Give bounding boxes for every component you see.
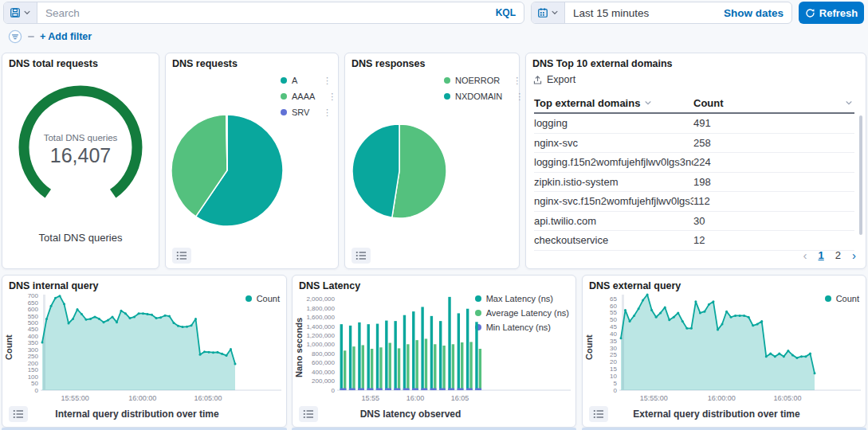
date-quick-menu-button[interactable] [532, 2, 565, 23]
svg-text:45: 45 [610, 323, 617, 330]
table-row[interactable]: nginx-svc.f15n2womfujehfjlwv0lgs3no...11… [534, 192, 854, 212]
legend-actions-icon[interactable]: ⋮ [507, 92, 524, 101]
add-filter-link[interactable]: + Add filter [40, 31, 92, 42]
table-row[interactable]: zipkin.istio-system198 [534, 173, 854, 193]
latency-bar-chart[interactable]: 0200,000400,000600,000800,0001,000,0001,… [297, 288, 572, 406]
table-row[interactable]: logging491 [534, 114, 854, 134]
page-1-button[interactable]: 1 [819, 249, 824, 261]
svg-text:350: 350 [28, 339, 39, 346]
prev-page-button[interactable]: ‹ [803, 248, 807, 262]
legend-item-a[interactable]: A⋮ [281, 72, 332, 88]
svg-text:50: 50 [31, 380, 38, 387]
svg-text:400,000: 400,000 [312, 369, 335, 376]
domain-cell: zipkin.istio-system [534, 176, 693, 188]
total-dns-queries-gauge: Total DNS queries16,407 [7, 77, 154, 205]
show-dates-link[interactable]: Show dates [724, 7, 784, 19]
external-query-area-chart[interactable]: 0510152025303540455055606515:55:0016:00:… [587, 288, 862, 406]
table-scrollbar[interactable] [859, 115, 862, 235]
table-row[interactable]: logging.f15n2womfujehfjlwv0lgs3nog....22… [534, 153, 854, 173]
svg-text:250: 250 [28, 353, 39, 360]
table-body: logging491nginx-svc258logging.f15n2womfu… [534, 114, 854, 251]
filter-divider [28, 36, 34, 37]
dns-requests-pie-chart[interactable] [171, 114, 284, 227]
svg-text:15: 15 [610, 366, 617, 373]
sort-chevron-icon [644, 99, 652, 107]
svg-text:450: 450 [28, 326, 39, 333]
legend-item-aaaa[interactable]: AAAA⋮ [281, 88, 332, 104]
legend-dot [444, 93, 450, 100]
export-label: Export [547, 74, 575, 85]
svg-text:2,000,000: 2,000,000 [306, 295, 335, 303]
pie-slice-nxdomain[interactable] [352, 124, 399, 217]
column-header-domains[interactable]: Top external domains [534, 97, 693, 109]
legend-item-noerror[interactable]: NOERROR⋮ [444, 72, 513, 88]
count-cell: 112 [693, 195, 854, 207]
dns-responses-pie-chart[interactable] [352, 123, 447, 219]
export-button[interactable]: Export [532, 74, 575, 85]
pie-legend: NOERROR⋮NXDOMAIN⋮ [444, 72, 513, 104]
filter-icon[interactable] [8, 29, 22, 44]
kql-badge[interactable]: KQL [496, 7, 516, 18]
time-range-value[interactable]: Last 15 minutes [573, 7, 649, 19]
x-axis-title: External query distribution over time [621, 408, 812, 420]
count-cell: 12 [693, 234, 854, 246]
svg-text:600,000: 600,000 [312, 359, 335, 366]
panel-dns-top-domains: DNS Top 10 external domains Export Top e… [525, 53, 866, 269]
legend-actions-icon[interactable]: ⋮ [505, 76, 521, 85]
domain-cell: nginx-svc [534, 137, 693, 149]
refresh-button[interactable]: Refresh [799, 2, 864, 24]
table-row[interactable]: nginx-svc258 [534, 134, 854, 154]
svg-text:200: 200 [28, 360, 39, 367]
next-page-button[interactable]: › [852, 248, 856, 262]
page-2-button[interactable]: 2 [835, 249, 841, 261]
count-cell: 491 [693, 117, 854, 129]
legend-toggle-button[interactable] [9, 406, 28, 422]
legend-dot [281, 77, 287, 84]
svg-text:55: 55 [610, 309, 617, 316]
panel-dns-external-query: DNS external query Count Count 051015202… [582, 275, 866, 428]
table-row[interactable]: api.twilio.com30 [534, 212, 854, 232]
legend-dot [281, 93, 287, 100]
table-row[interactable]: checkoutservice12 [534, 231, 854, 251]
domain-cell: nginx-svc.f15n2womfujehfjlwv0lgs3no... [534, 195, 693, 207]
svg-text:1,400,000: 1,400,000 [306, 323, 335, 330]
legend-label: SRV [292, 108, 309, 117]
count-cell: 258 [693, 137, 854, 149]
svg-text:650: 650 [28, 299, 39, 307]
legend-toggle-button[interactable] [299, 406, 318, 422]
query-bar: KQL Last 15 minutes Show dates Refresh [3, 2, 865, 24]
x-axis-title: DNS latency observed [339, 408, 482, 420]
svg-text:30: 30 [610, 345, 617, 352]
column-header-count[interactable]: Count [693, 97, 854, 109]
internal-query-area-chart[interactable]: 0501001502002503003504004505005506006507… [7, 288, 283, 406]
legend-actions-icon[interactable]: ⋮ [320, 92, 336, 101]
x-axis-title: Internal query distribution over time [42, 408, 232, 420]
legend-label: NOERROR [455, 76, 500, 85]
legend-item-nxdomain[interactable]: NXDOMAIN⋮ [444, 88, 513, 104]
legend-item-srv[interactable]: SRV⋮ [281, 104, 332, 120]
legend-toggle-button[interactable] [352, 248, 371, 264]
sort-chevron-icon [845, 99, 853, 107]
saved-query-menu-button[interactable] [4, 2, 37, 23]
legend-toggle-button[interactable] [589, 406, 608, 422]
svg-text:15:55: 15:55 [362, 394, 380, 402]
svg-text:15:55:00: 15:55:00 [640, 394, 668, 402]
legend-actions-icon[interactable]: ⋮ [315, 108, 332, 117]
svg-text:16:05:00: 16:05:00 [773, 394, 801, 402]
legend-actions-icon[interactable]: ⋮ [315, 76, 332, 85]
list-icon [13, 409, 24, 419]
refresh-label: Refresh [819, 7, 858, 19]
pie-slice-noerror[interactable] [392, 124, 446, 218]
search-input[interactable] [45, 7, 489, 19]
svg-text:16:05:00: 16:05:00 [194, 394, 222, 402]
legend-toggle-button[interactable] [172, 248, 191, 264]
panel-dns-total-requests: DNS total requests Total DNS queries16,4… [2, 53, 159, 269]
save-icon [10, 7, 21, 18]
calendar-icon [537, 7, 548, 18]
gauge-center-label: Total DNS queries [44, 133, 118, 143]
list-icon [303, 409, 314, 419]
svg-text:0: 0 [332, 387, 336, 394]
svg-text:16:00: 16:00 [407, 394, 425, 402]
svg-text:150: 150 [28, 366, 39, 373]
list-icon [176, 251, 187, 260]
